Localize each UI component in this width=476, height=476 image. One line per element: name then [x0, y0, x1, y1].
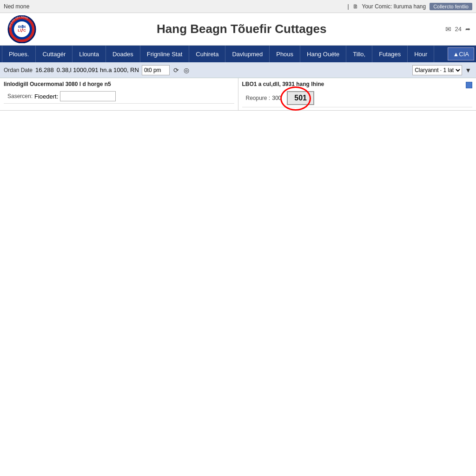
nav-item-tillo[interactable]: Tillo,	[346, 46, 372, 62]
page-title: Hang Beagn Tõuefir Cuttages	[38, 22, 445, 36]
fioedert-label: Fioedert:	[34, 93, 58, 100]
time-input[interactable]	[142, 65, 170, 75]
filter-bar: Ordan Date 16.288 0.38,l 1000,091 hn.a 1…	[0, 62, 476, 78]
envelope-icon[interactable]: ✉	[445, 25, 451, 33]
svg-text:LỰC: LỰC	[18, 28, 26, 33]
reopure-value: 300	[272, 95, 281, 101]
nav-item-futages[interactable]: Futages	[372, 46, 408, 62]
highlighted-btn-container: 501	[287, 91, 314, 105]
filterbar-value2: 0.38,l 1000,091 hn.a 1000, RN	[57, 66, 139, 73]
badge-count: 24	[455, 26, 462, 33]
sasercen-input[interactable]	[60, 91, 116, 101]
topbar-right: | 🗎 Your Comic: lluruma hang Collercto f…	[347, 3, 472, 10]
nav-item-cuhireta[interactable]: Cuhireta	[189, 46, 225, 62]
left-form-row: Sasercen: Fioedert:	[4, 89, 234, 104]
right-form-row: Reopure : 300 501	[242, 89, 473, 107]
filterbar-right: Claryannt · 1 lat ▼	[412, 65, 472, 75]
cia-button[interactable]: ▲CIA	[448, 47, 474, 60]
nav-item-hang-ouete[interactable]: Hang Ouéte	[300, 46, 346, 62]
left-col-header: Iinlodigill Oucermomal 3080 l d horge n5	[4, 81, 234, 87]
header: ĐIỆN LỰC ĐƯỜNG DÂY NÓNG Hang Beagn Tõuef…	[0, 13, 476, 46]
reopure-field: Reopure : 300	[246, 95, 282, 101]
sasercen-label: Sasercen:	[7, 93, 33, 99]
sasercen-field: Sasercen: Fioedert:	[7, 91, 116, 101]
dropdown-select[interactable]: Claryannt · 1 lat	[412, 65, 462, 75]
left-column: Iinlodigill Oucermomal 3080 l d horge n5…	[0, 78, 238, 110]
filterbar-label: Ordan Date	[4, 67, 33, 73]
nav-item-frignline[interactable]: Frignline Stat	[140, 46, 190, 62]
nav-item-ploues[interactable]: Ploues.	[2, 46, 36, 62]
content: Iinlodigill Oucermomal 3080 l d horge n5…	[0, 78, 476, 111]
top-bar: Ned mone | 🗎 Your Comic: lluruma hang Co…	[0, 0, 476, 13]
nav-item-davlupmed[interactable]: Davlupmed	[225, 46, 270, 62]
filterbar-value1: 16.288	[35, 66, 54, 73]
right-column: LBO1 a cul,dll, 3931 hang lhine Reopure …	[238, 78, 476, 110]
right-col-header: LBO1 a cul,dll, 3931 hang lhine	[242, 81, 324, 87]
share-icon[interactable]: ➦	[465, 26, 470, 33]
value-501-button[interactable]: 501	[287, 91, 314, 105]
dropdown-arrow-icon[interactable]: ▼	[464, 66, 472, 74]
two-col-section: Iinlodigill Oucermomal 3080 l d horge n5…	[0, 78, 476, 111]
nav-item-phous[interactable]: Phous	[270, 46, 300, 62]
logo: ĐIỆN LỰC ĐƯỜNG DÂY NÓNG	[6, 15, 38, 43]
document-icon: 🗎	[353, 3, 358, 10]
header-icons: ✉ 24 ➦	[445, 25, 470, 33]
topbar-left-text: Ned mone	[4, 3, 29, 10]
nav-item-hour[interactable]: Hour	[408, 46, 434, 62]
topbar-middle-text: Your Comic: lluruma hang	[362, 3, 426, 10]
nav-item-doades[interactable]: Doades	[106, 46, 140, 62]
navbar: Ploues. Cuttagér Llounta Doades Frignlin…	[0, 46, 476, 62]
refresh-icon[interactable]: ⟳	[172, 66, 180, 74]
nav-item-llounta[interactable]: Llounta	[73, 46, 106, 62]
nav-item-cuttager[interactable]: Cuttagér	[36, 46, 73, 62]
spinner-icon[interactable]: ◎	[183, 66, 190, 74]
topbar-separator: |	[347, 3, 349, 10]
logo-container: ĐIỆN LỰC ĐƯỜNG DÂY NÓNG	[6, 15, 38, 43]
checkbox-icon[interactable]	[466, 82, 472, 88]
collercto-button[interactable]: Collercto fentlio	[430, 3, 472, 10]
reopure-label: Reopure :	[246, 95, 271, 101]
